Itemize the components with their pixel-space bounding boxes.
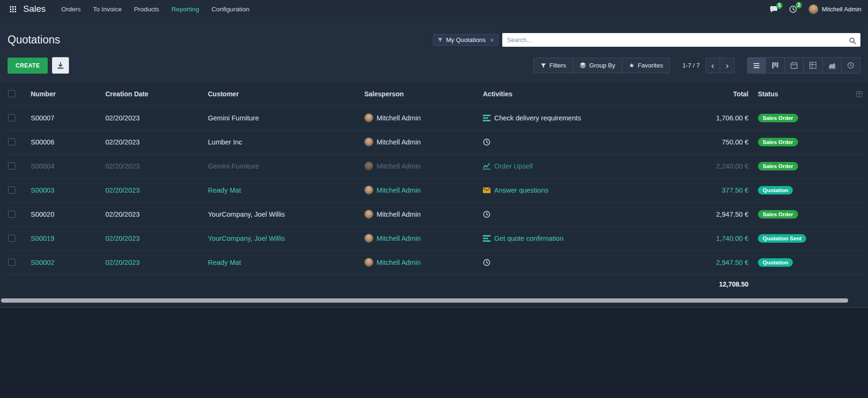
envelope-icon[interactable] bbox=[483, 187, 490, 193]
chart-icon[interactable] bbox=[483, 162, 490, 169]
row-number: S00019 bbox=[31, 235, 54, 242]
list-view-button[interactable] bbox=[747, 57, 766, 74]
select-all-checkbox[interactable] bbox=[8, 90, 15, 97]
activity-view-icon bbox=[847, 62, 854, 69]
status-badge: Quotation bbox=[758, 258, 793, 267]
row-total: 377.50 € bbox=[722, 186, 748, 194]
optional-columns-icon[interactable] bbox=[856, 90, 862, 98]
salesperson-name: Mitchell Admin bbox=[377, 235, 421, 242]
tasks-icon[interactable] bbox=[483, 235, 490, 242]
filters-button[interactable]: Filters bbox=[533, 58, 573, 73]
column-header-number[interactable]: Number bbox=[26, 82, 101, 106]
row-checkbox[interactable] bbox=[8, 259, 15, 266]
menu-item-orders[interactable]: Orders bbox=[55, 0, 87, 18]
column-header-status[interactable]: Status bbox=[753, 82, 864, 106]
column-header-salesperson[interactable]: Salesperson bbox=[360, 82, 478, 106]
column-header-total[interactable]: Total bbox=[681, 82, 753, 106]
table-row[interactable]: S00006 02/20/2023 Lumber Inc Mitchell Ad… bbox=[3, 130, 864, 154]
main-menu: Orders To Invoice Products Reporting Con… bbox=[55, 0, 256, 18]
table-row[interactable]: S00002 02/20/2023 Ready Mat Mitchell Adm… bbox=[3, 250, 864, 274]
facet-remove-icon[interactable]: × bbox=[490, 37, 494, 43]
kanban-view-button[interactable] bbox=[766, 57, 785, 74]
clock-icon[interactable] bbox=[483, 138, 490, 146]
calendar-view-button[interactable] bbox=[785, 57, 804, 74]
salesperson-avatar bbox=[364, 137, 373, 146]
salesperson-avatar bbox=[364, 234, 373, 243]
horizontal-scrollbar-thumb[interactable] bbox=[1, 298, 848, 303]
table-header-row: Number Creation Date Customer Salesperso… bbox=[3, 82, 864, 106]
activity-view-button[interactable] bbox=[842, 57, 860, 74]
row-creation-date: 02/20/2023 bbox=[105, 211, 140, 218]
row-total: 2,240.00 € bbox=[716, 162, 748, 170]
menu-item-reporting[interactable]: Reporting bbox=[165, 0, 206, 18]
pivot-view-button[interactable] bbox=[804, 57, 823, 74]
row-number: S00003 bbox=[31, 186, 54, 194]
table-row[interactable]: S00003 02/20/2023 Ready Mat Mitchell Adm… bbox=[3, 178, 864, 202]
row-customer: Ready Mat bbox=[208, 186, 241, 194]
row-customer: YourCompany, Joel Willis bbox=[208, 235, 285, 242]
activity-label: Order Upsell bbox=[494, 162, 533, 170]
search-input[interactable] bbox=[502, 33, 860, 47]
row-total: 1,740.00 € bbox=[716, 235, 748, 242]
pager-next-button[interactable]: › bbox=[720, 58, 735, 73]
control-panel: Quotations My Quotations × bbox=[0, 18, 868, 82]
row-number: S00002 bbox=[31, 259, 54, 266]
row-total: 2,947.50 € bbox=[716, 211, 748, 218]
table-row[interactable]: S00019 02/20/2023 YourCompany, Joel Will… bbox=[3, 226, 864, 250]
group-by-button[interactable]: Group By bbox=[573, 58, 622, 73]
column-header-customer[interactable]: Customer bbox=[203, 82, 360, 106]
table-row[interactable]: S00020 02/20/2023 YourCompany, Joel Will… bbox=[3, 202, 864, 226]
apps-grid-icon[interactable] bbox=[7, 3, 19, 15]
row-number: S00007 bbox=[31, 114, 54, 122]
row-checkbox[interactable] bbox=[8, 114, 15, 121]
row-checkbox[interactable] bbox=[8, 138, 15, 145]
pager-previous-button[interactable]: ‹ bbox=[705, 58, 720, 73]
row-checkbox[interactable] bbox=[8, 186, 15, 194]
row-checkbox[interactable] bbox=[8, 235, 15, 242]
graph-view-icon bbox=[828, 62, 836, 69]
navbar-right: 5 2 Mitchell Admin bbox=[770, 4, 861, 14]
clock-icon[interactable] bbox=[483, 211, 490, 218]
tasks-icon[interactable] bbox=[483, 115, 490, 121]
row-number: S00004 bbox=[31, 162, 54, 170]
menu-item-to-invoice[interactable]: To Invoice bbox=[87, 0, 128, 18]
menu-item-configuration[interactable]: Configuration bbox=[205, 0, 255, 18]
row-checkbox[interactable] bbox=[8, 211, 15, 218]
salesperson-name: Mitchell Admin bbox=[377, 138, 421, 146]
chevron-left-icon: ‹ bbox=[711, 61, 714, 70]
table-row[interactable]: S00004 02/20/2023 Gemini Furniture Mitch… bbox=[3, 154, 864, 178]
view-switcher bbox=[747, 57, 860, 74]
messages-icon[interactable]: 5 bbox=[770, 6, 778, 13]
status-badge: Quotation Sent bbox=[758, 234, 806, 243]
download-icon bbox=[57, 62, 64, 69]
create-button[interactable]: CREATE bbox=[8, 58, 48, 74]
column-header-activities[interactable]: Activities bbox=[478, 82, 681, 106]
table-row[interactable]: S00007 02/20/2023 Gemini Furniture Mitch… bbox=[3, 106, 864, 130]
column-header-creation-date[interactable]: Creation Date bbox=[101, 82, 203, 106]
pager: 1-7 / 7 ‹ › bbox=[682, 58, 735, 73]
salesperson-name: Mitchell Admin bbox=[377, 211, 421, 218]
status-badge: Sales Order bbox=[758, 138, 798, 146]
status-badge: Quotation bbox=[758, 186, 793, 195]
clock-icon[interactable] bbox=[483, 259, 490, 266]
menu-item-products[interactable]: Products bbox=[128, 0, 165, 18]
app-brand[interactable]: Sales bbox=[23, 4, 46, 14]
row-creation-date: 02/20/2023 bbox=[105, 235, 140, 242]
activities-clock-icon[interactable]: 2 bbox=[789, 5, 797, 13]
search-icon[interactable] bbox=[849, 36, 856, 45]
row-customer: YourCompany, Joel Willis bbox=[208, 211, 285, 218]
user-menu[interactable]: Mitchell Admin bbox=[808, 4, 861, 14]
pivot-view-icon bbox=[809, 62, 816, 69]
messages-badge: 5 bbox=[776, 2, 783, 9]
export-button[interactable] bbox=[52, 57, 69, 74]
favorites-button[interactable]: ★ Favorites bbox=[622, 58, 670, 73]
graph-view-button[interactable] bbox=[823, 57, 842, 74]
row-creation-date: 02/20/2023 bbox=[105, 138, 140, 146]
top-navbar: Sales Orders To Invoice Products Reporti… bbox=[0, 0, 868, 18]
row-checkbox[interactable] bbox=[8, 162, 15, 169]
user-avatar bbox=[808, 4, 818, 14]
table-footer-row: 12,708.50 bbox=[3, 274, 864, 294]
calendar-view-icon bbox=[791, 62, 798, 69]
funnel-icon bbox=[438, 37, 443, 42]
page-title: Quotations bbox=[8, 34, 60, 46]
